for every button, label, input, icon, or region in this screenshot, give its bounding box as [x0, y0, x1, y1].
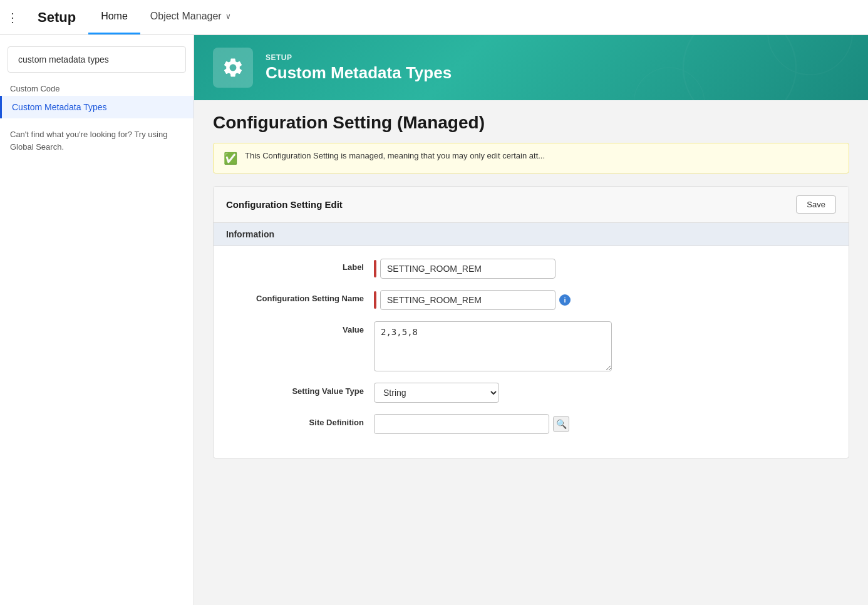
alert-text: This Configuration Setting is managed, m… — [245, 151, 545, 160]
header-title: Custom Metadata Types — [266, 63, 452, 83]
label-input[interactable] — [380, 259, 555, 279]
sidebar-item-custom-metadata-types[interactable]: Custom Metadata Types — [0, 96, 194, 118]
form-row-site-definition: Site Definition 🔍 — [226, 414, 836, 434]
chevron-down-icon: ∨ — [225, 12, 231, 21]
form-row-setting-value-type: Setting Value Type String Integer Boolea… — [226, 383, 836, 403]
main-content: SETUP Custom Metadata Types Configuratio… — [194, 35, 868, 605]
form-fields: Label Configuration Setting Name i — [214, 246, 849, 458]
site-definition-input[interactable] — [374, 414, 549, 434]
alert-icon: ✅ — [224, 152, 237, 165]
tab-home[interactable]: Home — [88, 0, 140, 34]
form-row-label: Label — [226, 259, 836, 279]
form-row-value: Value 2,3,5,8 — [226, 321, 836, 371]
value-textarea[interactable]: 2,3,5,8 — [374, 321, 612, 371]
tab-object-manager[interactable]: Object Manager ∨ — [140, 0, 241, 34]
page-body: custom metadata types Custom Code Custom… — [0, 35, 868, 605]
setting-value-type-select[interactable]: String Integer Boolean Decimal — [374, 383, 499, 403]
sidebar-section-label: Custom Code — [0, 78, 194, 96]
field-label-site-definition: Site Definition — [226, 414, 364, 427]
field-wrapper-config-name: i — [374, 290, 836, 310]
field-wrapper-site-definition: 🔍 — [374, 414, 836, 434]
alert-box: ✅ This Configuration Setting is managed,… — [213, 143, 849, 173]
gear-icon — [222, 56, 244, 79]
info-icon[interactable]: i — [559, 294, 571, 306]
lookup-icon[interactable]: 🔍 — [553, 416, 569, 432]
field-wrapper-value: 2,3,5,8 — [374, 321, 836, 371]
page-header-banner: SETUP Custom Metadata Types — [194, 35, 868, 100]
header-icon-box — [213, 48, 253, 88]
form-section-information: Information — [214, 223, 849, 246]
form-card: Configuration Setting Edit Save Informat… — [213, 186, 849, 458]
nav-setup-label: Setup — [25, 0, 88, 34]
config-name-input[interactable] — [380, 290, 555, 310]
save-button[interactable]: Save — [796, 195, 836, 214]
content-area: Configuration Setting (Managed) ✅ This C… — [194, 100, 868, 471]
header-text-group: SETUP Custom Metadata Types — [266, 53, 452, 83]
field-label-setting-value-type: Setting Value Type — [226, 383, 364, 396]
nav-dots[interactable]: ⋮ — [0, 0, 25, 34]
page-title: Configuration Setting (Managed) — [213, 113, 849, 133]
sidebar-not-found-text: Can't find what you're looking for? Try … — [0, 118, 194, 163]
field-label-value: Value — [226, 321, 364, 334]
header-eyebrow: SETUP — [266, 53, 452, 62]
field-wrapper-setting-value-type: String Integer Boolean Decimal — [374, 383, 836, 403]
form-row-config-name: Configuration Setting Name i — [226, 290, 836, 310]
field-label-label: Label — [226, 259, 364, 272]
form-card-header: Configuration Setting Edit Save — [214, 187, 849, 223]
form-card-title: Configuration Setting Edit — [226, 199, 343, 210]
field-label-config-name: Configuration Setting Name — [226, 290, 364, 303]
field-wrapper-label — [374, 259, 836, 279]
top-nav: ⋮ Setup Home Object Manager ∨ — [0, 0, 868, 35]
sidebar: custom metadata types Custom Code Custom… — [0, 35, 194, 605]
required-indicator-2 — [374, 291, 376, 309]
sidebar-search[interactable]: custom metadata types — [8, 46, 186, 73]
required-indicator — [374, 260, 376, 277]
